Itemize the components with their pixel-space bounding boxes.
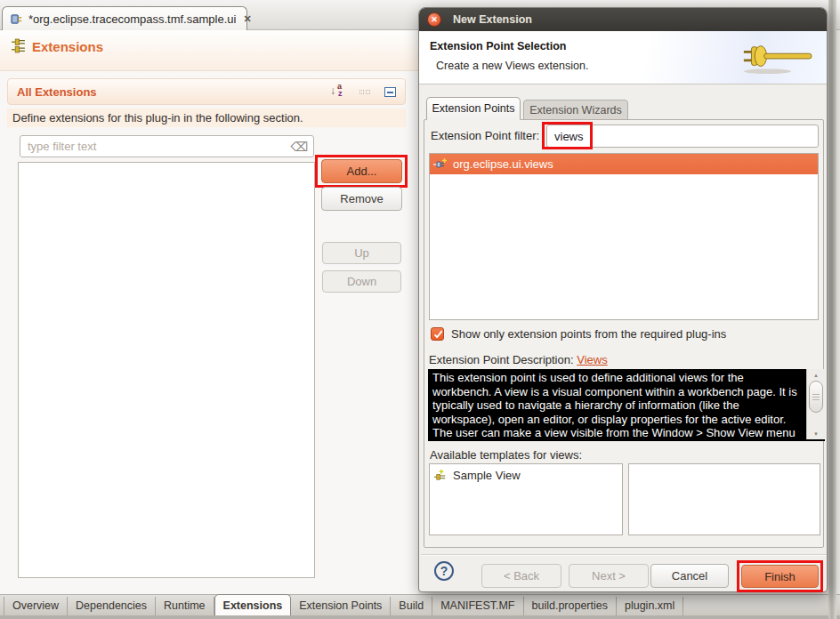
editor-filter-box: ⌫	[20, 135, 314, 157]
views-annotation-box	[542, 122, 593, 149]
tab-dependencies[interactable]: Dependencies	[68, 597, 156, 615]
description-scrollbar[interactable]: ▲ ▼	[806, 369, 825, 439]
button-bar-separator	[421, 554, 827, 556]
required-plugins-checkbox-label: Show only extension points from the requ…	[451, 327, 726, 341]
extension-point-plug-icon	[433, 157, 448, 172]
back-button[interactable]: < Back	[481, 564, 561, 588]
sample-view-icon	[433, 468, 448, 482]
dialog-close-button[interactable]: ✕	[427, 12, 441, 27]
dialog-title: New Extension	[453, 13, 532, 26]
sort-arrow: ↓	[330, 85, 335, 96]
tab-manifest-mf[interactable]: MANIFEST.MF	[432, 597, 523, 615]
extensions-page-icon	[12, 38, 27, 57]
dialog-tab-label: Extension Wizards	[529, 104, 622, 117]
up-button-label: Up	[354, 246, 369, 260]
description-text: This extension point is used to define a…	[428, 369, 805, 441]
add-button-label: Add...	[347, 165, 377, 178]
remove-button[interactable]: Remove	[321, 187, 402, 211]
dialog-header-title: Extension Point Selection	[430, 40, 567, 52]
templates-label: Available templates for views:	[430, 448, 582, 462]
sort-letter-z: z	[338, 90, 343, 98]
tab-extension-wizards-dialog[interactable]: Extension Wizards	[523, 100, 628, 120]
help-glyph: ?	[440, 564, 448, 578]
dialog-tab-label: Extension Points	[432, 102, 514, 115]
remove-button-label: Remove	[340, 192, 383, 205]
extension-points-list[interactable]: org.eclipse.ui.views	[429, 153, 819, 320]
tab-overview[interactable]: Overview	[4, 597, 68, 615]
section-description: Define extensions for this plug-in in th…	[12, 111, 303, 125]
tab-extension-points[interactable]: Extension Points	[291, 597, 391, 615]
description-label: Extension Point Description:	[429, 353, 574, 366]
editor-tab-title: *org.eclipse.tracecompass.tmf.sample.ui	[28, 12, 236, 26]
templates-list[interactable]: Sample View	[429, 463, 623, 535]
dialog-header: Extension Point Selection Create a new V…	[419, 31, 827, 84]
help-icon[interactable]: ?	[434, 561, 454, 581]
collapse-all-icon[interactable]	[384, 87, 396, 97]
extension-point-filter-label: Extension Point filter:	[431, 129, 539, 142]
editor-tab[interactable]: *org.eclipse.tracecompass.tmf.sample.ui …	[2, 6, 247, 30]
down-button[interactable]: Down	[322, 270, 401, 293]
expand-section-icon[interactable]	[358, 84, 372, 99]
tab-extensions[interactable]: Extensions	[214, 594, 292, 615]
editor-bottom-tab-bar: Overview Dependencies Runtime Extensions…	[0, 594, 840, 615]
scrollbar-thumb[interactable]	[809, 381, 823, 413]
cancel-button[interactable]: Cancel	[650, 564, 729, 588]
section-description-band: Define extensions for this plug-in in th…	[7, 109, 406, 127]
template-sample-view[interactable]: Sample View	[430, 464, 622, 482]
dialog-header-subtitle: Create a new Views extension.	[436, 60, 588, 72]
new-extension-dialog: ✕ New Extension Extension Point Selectio…	[418, 7, 828, 592]
tab-extension-points-dialog[interactable]: Extension Points	[426, 97, 521, 120]
editor-filter-input[interactable]	[26, 139, 290, 154]
extensions-list[interactable]	[18, 162, 315, 578]
back-button-label: < Back	[504, 569, 539, 583]
next-button[interactable]: Next >	[569, 564, 649, 588]
tab-plugin-xml[interactable]: plugin.xml	[617, 597, 683, 615]
scroll-down-icon[interactable]: ▼	[807, 428, 825, 439]
required-plugins-checkbox[interactable]	[431, 327, 444, 341]
template-label: Sample View	[453, 469, 521, 482]
cancel-button-label: Cancel	[672, 569, 707, 583]
views-link[interactable]: Views	[577, 353, 607, 366]
eclipse-screen: *org.eclipse.tracecompass.tmf.sample.ui …	[0, 0, 840, 619]
finish-button[interactable]: Finish	[741, 565, 819, 588]
page-title: Extensions	[32, 39, 103, 54]
template-description-box	[628, 463, 820, 535]
extension-point-description-box: This extension point is used to define a…	[428, 369, 825, 441]
all-extensions-section-header: All Extensions ↓ a z	[7, 78, 406, 105]
add-button[interactable]: Add...	[321, 159, 402, 183]
tab-runtime[interactable]: Runtime	[156, 597, 214, 615]
scroll-up-icon[interactable]: ▲	[807, 369, 825, 381]
list-item-label: org.eclipse.ui.views	[453, 157, 553, 171]
plugin-icon	[10, 12, 23, 26]
down-button-label: Down	[347, 275, 376, 288]
up-button[interactable]: Up	[322, 242, 401, 264]
dialog-tab-panel: Extension Point filter: org.eclipse.ui.v…	[424, 119, 824, 548]
tab-build-properties[interactable]: build.properties	[524, 597, 617, 615]
wizard-plug-icon	[738, 40, 816, 79]
bottom-strip	[0, 615, 840, 619]
sort-alphabetically-icon[interactable]: ↓ a z	[331, 84, 345, 99]
description-row: Extension Point Description: Views	[429, 353, 608, 366]
finish-button-label: Finish	[764, 570, 796, 583]
list-item-org-eclipse-ui-views[interactable]: org.eclipse.ui.views	[430, 154, 818, 174]
editor-body: All Extensions ↓ a z Define extensions f…	[0, 71, 418, 594]
next-button-label: Next >	[592, 569, 626, 583]
dialog-title-bar[interactable]: ✕ New Extension	[419, 8, 827, 31]
section-title: All Extensions	[17, 85, 97, 99]
window-right-edge	[828, 0, 836, 619]
tab-build[interactable]: Build	[391, 597, 432, 615]
clear-filter-icon[interactable]: ⌫	[290, 140, 308, 154]
tab-close-icon[interactable]: ✕	[243, 13, 251, 25]
